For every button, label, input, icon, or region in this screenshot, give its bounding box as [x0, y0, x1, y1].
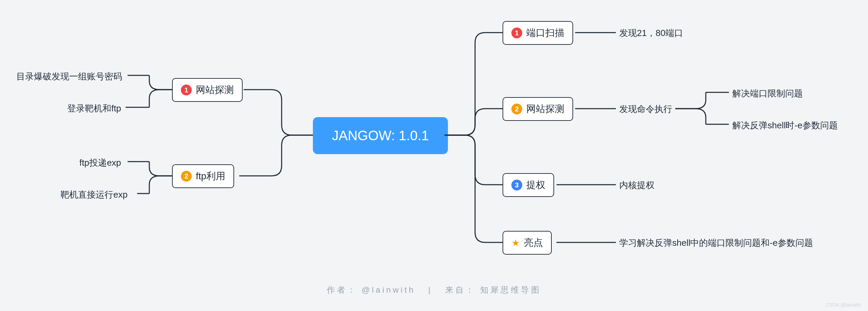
center-title: JANGOW: 1.0.1	[332, 128, 429, 143]
footer-sep: |	[428, 285, 432, 294]
right-node-3-label: 提权	[526, 179, 545, 191]
right-node-4-label: 亮点	[524, 236, 543, 249]
left-leaf-1-1: 目录爆破发现一组账号密码	[16, 71, 122, 83]
right-node-2-label: 网站探测	[526, 103, 564, 115]
right-leaf-3-1: 内核提权	[619, 179, 655, 191]
footer-source-label: 来自：	[445, 285, 476, 294]
left-node-1: 1 网站探测	[172, 78, 243, 102]
left-leaf-2-2: 靶机直接运行exp	[60, 189, 128, 201]
right-leaf-1-1: 发现21，80端口	[619, 27, 683, 39]
right-leaf-2-1-2: 解决反弹shell时-e参数问题	[732, 120, 838, 131]
star-icon: ★	[511, 237, 520, 249]
left-leaf-1-2: 登录靶机和ftp	[67, 103, 121, 114]
right-leaf-2-1: 发现命令执行	[619, 103, 672, 115]
center-node: JANGOW: 1.0.1	[313, 117, 448, 154]
left-leaf-2-1: ftp投递exp	[79, 157, 121, 169]
badge-r2-icon: 2	[511, 104, 522, 114]
badge-2-icon: 2	[181, 171, 192, 182]
left-node-1-label: 网站探测	[196, 84, 234, 96]
badge-r3-icon: 3	[511, 180, 522, 190]
right-node-4: ★ 亮点	[503, 231, 552, 255]
footer-source: 知犀思维导图	[480, 285, 541, 294]
right-node-2: 2 网站探测	[503, 97, 573, 121]
right-node-1-label: 端口扫描	[526, 26, 564, 39]
right-leaf-4-1: 学习解决反弹shell中的端口限制问题和-e参数问题	[619, 237, 813, 249]
left-node-2-label: ftp利用	[196, 170, 225, 183]
right-leaf-2-1-1: 解决端口限制问题	[732, 88, 803, 99]
right-node-1: 1 端口扫描	[503, 21, 573, 45]
badge-r1-icon: 1	[511, 28, 522, 38]
footer-credit: 作者： @lainwith | 来自： 知犀思维导图	[0, 285, 868, 295]
badge-1-icon: 1	[181, 85, 192, 95]
right-node-3: 3 提权	[503, 173, 554, 197]
footer-author-label: 作者：	[327, 285, 357, 294]
watermark: CSDN @lainwith	[826, 302, 861, 308]
left-node-2: 2 ftp利用	[172, 164, 234, 188]
footer-author: @lainwith	[362, 285, 415, 294]
